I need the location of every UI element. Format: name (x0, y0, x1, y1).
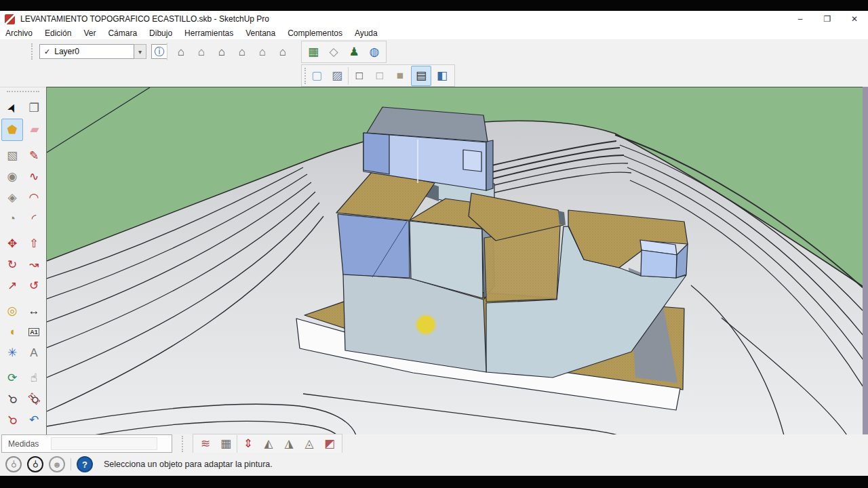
help-icon[interactable]: ? (77, 456, 93, 472)
flip-edge-icon[interactable]: ◩ (320, 434, 339, 453)
model-location-icon[interactable]: ⚲ (27, 456, 43, 472)
menu-herramientas[interactable]: Herramientas (178, 27, 239, 39)
back-view-icon[interactable]: ⌂ (253, 42, 272, 61)
top-view-icon[interactable]: ⌂ (192, 42, 211, 61)
freehand-tool[interactable]: ∿ (24, 166, 44, 187)
from-contours-icon[interactable]: ≋ (196, 434, 215, 453)
stamp-icon[interactable]: ◭ (259, 434, 278, 453)
small-box-front[interactable] (641, 250, 677, 278)
offset-icon: ↺ (29, 279, 39, 293)
front-view-icon[interactable]: ⌂ (212, 42, 231, 61)
rotate-tool[interactable]: ↻ (2, 254, 22, 275)
offset-tool[interactable]: ↺ (24, 275, 44, 296)
measurements-value-field[interactable] (51, 437, 157, 450)
viewport-canvas[interactable] (47, 87, 863, 435)
3d-text-icon: A (30, 346, 37, 360)
toolbar-separator (167, 43, 167, 60)
make-component-tool[interactable]: ❐ (24, 98, 44, 119)
pie-tool[interactable]: ◔ (2, 208, 22, 229)
google-earth-icon[interactable]: ◍ (365, 43, 384, 62)
tape-measure-tool[interactable]: ◎ (2, 300, 22, 321)
top-box-dark-panel[interactable] (363, 133, 389, 174)
menu-ver[interactable]: Ver (77, 27, 102, 39)
left-cube-blue-wall[interactable] (338, 214, 410, 278)
cursor-highlight-dot (417, 316, 435, 333)
select-tool[interactable]: ➤ (2, 98, 22, 119)
scale-tool[interactable]: ↗ (2, 275, 22, 296)
restore-button[interactable]: ❐ (814, 11, 841, 27)
tool-row: ⬟▰ (0, 119, 46, 141)
geolocation-icon[interactable]: ⚲ (5, 456, 22, 472)
drape-icon[interactable]: ◮ (279, 434, 298, 453)
layer-name: Layer0 (54, 47, 79, 56)
top-box-window-panel[interactable] (463, 150, 481, 171)
3d-text-tool[interactable]: A (24, 342, 44, 363)
protractor-tool[interactable]: ◖ (2, 321, 22, 342)
menu-cámara[interactable]: Cámara (102, 27, 143, 39)
menu-ventana[interactable]: Ventana (239, 27, 281, 39)
back-edges-icon[interactable]: ▨ (328, 66, 347, 85)
photo-textures-icon[interactable]: ♟ (344, 43, 363, 62)
hidden-line-icon[interactable]: □ (370, 66, 389, 85)
status-separator (71, 458, 71, 470)
iso-view-icon[interactable]: ⌂ (172, 42, 191, 61)
pan-tool[interactable]: ☝ (24, 367, 44, 388)
menu-edición[interactable]: Edición (39, 27, 77, 39)
zoom-extents-tool[interactable]: ⚲ (2, 409, 22, 430)
close-button[interactable]: ✕ (841, 11, 868, 27)
protractor-icon: ◖ (9, 325, 16, 339)
add-detail-icon[interactable]: ◬ (300, 434, 319, 453)
eraser-tool[interactable]: ▰ (24, 119, 45, 140)
shaded-icon[interactable]: ■ (391, 66, 410, 85)
minimize-button[interactable]: – (787, 11, 814, 27)
move-tool[interactable]: ✥ (2, 233, 22, 254)
orbit-tool[interactable]: ⟳ (2, 367, 22, 388)
push-pull-tool[interactable]: ⇧ (24, 233, 44, 254)
toolbar-drag-handle[interactable] (304, 68, 306, 84)
layer-dropdown-arrow[interactable]: ▾ (134, 44, 146, 59)
toolbar-drag-handle[interactable] (182, 436, 183, 452)
tool-palette-drag-handle[interactable] (7, 91, 39, 98)
tool-row: ⚲⚲ (0, 388, 46, 409)
circle-tool[interactable]: ◉ (2, 166, 22, 187)
right-view-icon[interactable]: ⌂ (233, 42, 252, 61)
menu-ayuda[interactable]: Ayuda (349, 27, 384, 39)
rectangle-tool[interactable]: ▧ (2, 145, 22, 166)
from-scratch-icon[interactable]: ▦ (216, 434, 235, 453)
wireframe-icon[interactable]: □ (350, 66, 369, 85)
axes-tool[interactable]: ✳ (2, 342, 22, 363)
drawing-viewport[interactable] (46, 87, 863, 435)
views-toolbar: ⌂⌂⌂⌂⌂⌂ (172, 42, 292, 61)
menu-dibujo[interactable]: Dibujo (143, 27, 178, 39)
line-tool[interactable]: ✎ (24, 145, 44, 166)
follow-me-tool[interactable]: ↝ (24, 254, 44, 275)
measurements-label: Medidas (8, 439, 39, 449)
x-ray-icon[interactable]: ▢ (307, 66, 326, 85)
toolbar-drag-handle[interactable] (31, 43, 33, 60)
menu-complementos[interactable]: Complementos (281, 27, 349, 39)
top-box-side[interactable] (486, 140, 493, 190)
arc-tool[interactable]: ◠ (24, 187, 44, 208)
menu-archivo[interactable]: Archivo (0, 27, 39, 39)
layer-manager-icon[interactable]: ⓘ (151, 44, 167, 59)
add-location-icon[interactable]: ▦ (304, 43, 323, 62)
tool-row: ↻↝ (0, 254, 46, 275)
two-point-arc-tool[interactable]: ◜ (24, 208, 44, 229)
previous-view-tool[interactable]: ↶ (24, 409, 44, 430)
layer-dropdown[interactable]: ✓ Layer0 (39, 44, 134, 59)
dimensions-icon: ↔ (28, 304, 40, 318)
smoove-icon[interactable]: ⇕ (239, 434, 258, 453)
monochrome-icon[interactable]: ◧ (433, 66, 452, 85)
text-tool[interactable]: A1 (24, 321, 44, 342)
left-view-icon[interactable]: ⌂ (273, 42, 292, 61)
polygon-tool[interactable]: ◈ (2, 187, 22, 208)
zoom-tool[interactable]: ⚲ (2, 388, 22, 409)
toggle-terrain-icon[interactable]: ◇ (324, 43, 343, 62)
styles-toolbar-row: ▢▨□□■▤◧ (0, 64, 868, 87)
paint-bucket-tool[interactable]: ⬟ (1, 119, 23, 141)
shaded-with-textures-icon[interactable]: ▤ (411, 66, 431, 86)
zoom-window-tool[interactable]: ⚲ (24, 388, 44, 409)
window-title: LEVANTAMIENTO TOPOGRAFICO ECASTILLO.skb … (20, 14, 269, 24)
claim-credit-icon[interactable]: ☻ (49, 456, 65, 472)
dimensions-tool[interactable]: ↔ (24, 300, 44, 321)
